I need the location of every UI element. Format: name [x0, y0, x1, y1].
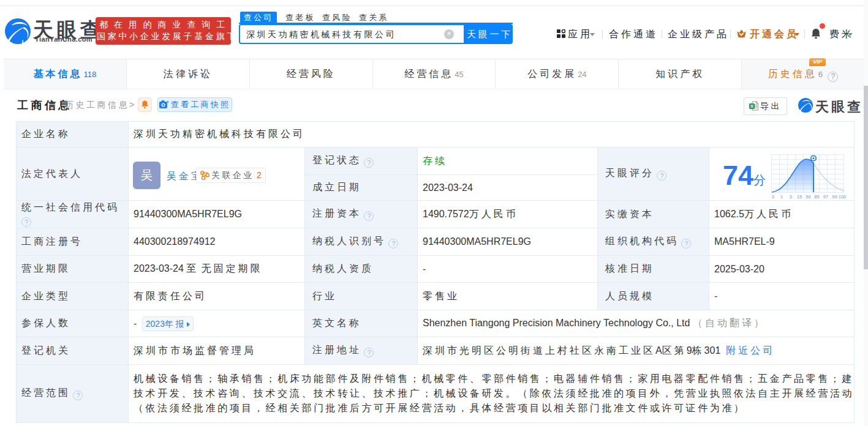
svg-text:X: X — [750, 103, 754, 109]
svg-text:99: 99 — [832, 194, 837, 200]
svg-text:15: 15 — [797, 194, 802, 200]
svg-text:100: 100 — [839, 194, 846, 200]
svg-text:3: 3 — [789, 194, 791, 200]
svg-text:0: 0 — [772, 194, 774, 200]
svg-text:1: 1 — [780, 194, 783, 200]
svg-text:85: 85 — [814, 194, 819, 200]
svg-text:50: 50 — [806, 194, 810, 200]
svg-text:97: 97 — [823, 194, 828, 200]
